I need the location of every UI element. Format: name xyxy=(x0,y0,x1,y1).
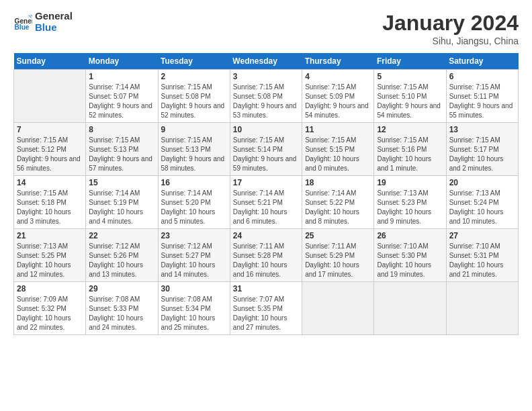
header-thursday: Thursday xyxy=(302,53,374,70)
day-number: 13 xyxy=(449,125,515,134)
day-info: Sunrise: 7:07 AM Sunset: 5:35 PM Dayligh… xyxy=(233,295,299,332)
logo: General Blue General Blue xyxy=(13,11,73,33)
day-info: Sunrise: 7:08 AM Sunset: 5:33 PM Dayligh… xyxy=(89,295,154,332)
calendar-cell: 29 Sunrise: 7:08 AM Sunset: 5:33 PM Dayl… xyxy=(86,282,158,335)
day-number: 15 xyxy=(89,178,154,187)
calendar-cell: 27 Sunrise: 7:10 AM Sunset: 5:31 PM Dayl… xyxy=(446,229,518,282)
calendar-cell: 23 Sunrise: 7:12 AM Sunset: 5:27 PM Dayl… xyxy=(158,229,230,282)
day-number: 6 xyxy=(449,72,515,81)
day-number: 26 xyxy=(377,231,443,240)
title-block: January 2024 Sihu, Jiangsu, China xyxy=(382,11,519,46)
calendar-cell: 19 Sunrise: 7:13 AM Sunset: 5:23 PM Dayl… xyxy=(374,176,446,229)
calendar-cell: 26 Sunrise: 7:10 AM Sunset: 5:30 PM Dayl… xyxy=(374,229,446,282)
calendar-cell: 4 Sunrise: 7:15 AM Sunset: 5:09 PM Dayli… xyxy=(302,70,374,123)
logo-text-general: General xyxy=(35,11,73,22)
calendar-cell: 25 Sunrise: 7:11 AM Sunset: 5:29 PM Dayl… xyxy=(302,229,374,282)
calendar-cell: 7 Sunrise: 7:15 AM Sunset: 5:12 PM Dayli… xyxy=(14,123,86,176)
svg-text:Blue: Blue xyxy=(15,23,30,30)
header-tuesday: Tuesday xyxy=(158,53,230,70)
calendar-cell: 10 Sunrise: 7:15 AM Sunset: 5:14 PM Dayl… xyxy=(230,123,302,176)
day-info: Sunrise: 7:15 AM Sunset: 5:11 PM Dayligh… xyxy=(449,83,515,120)
calendar-cell: 5 Sunrise: 7:15 AM Sunset: 5:10 PM Dayli… xyxy=(374,70,446,123)
calendar-cell xyxy=(374,282,446,335)
day-number: 18 xyxy=(305,178,371,187)
day-info: Sunrise: 7:15 AM Sunset: 5:16 PM Dayligh… xyxy=(377,136,443,173)
day-number: 5 xyxy=(377,72,443,81)
day-number: 25 xyxy=(305,231,371,240)
day-number: 20 xyxy=(449,178,515,187)
day-info: Sunrise: 7:14 AM Sunset: 5:19 PM Dayligh… xyxy=(89,189,154,226)
day-info: Sunrise: 7:15 AM Sunset: 5:18 PM Dayligh… xyxy=(17,189,83,226)
day-info: Sunrise: 7:15 AM Sunset: 5:15 PM Dayligh… xyxy=(305,136,371,173)
calendar-week-1: 7 Sunrise: 7:15 AM Sunset: 5:12 PM Dayli… xyxy=(14,123,519,176)
calendar-cell: 13 Sunrise: 7:15 AM Sunset: 5:17 PM Dayl… xyxy=(446,123,518,176)
calendar-cell: 31 Sunrise: 7:07 AM Sunset: 5:35 PM Dayl… xyxy=(230,282,302,335)
logo-icon: General Blue xyxy=(13,13,32,32)
calendar-cell: 15 Sunrise: 7:14 AM Sunset: 5:19 PM Dayl… xyxy=(86,176,158,229)
header-wednesday: Wednesday xyxy=(230,53,302,70)
day-info: Sunrise: 7:14 AM Sunset: 5:20 PM Dayligh… xyxy=(161,189,227,226)
day-info: Sunrise: 7:13 AM Sunset: 5:24 PM Dayligh… xyxy=(449,189,515,226)
day-info: Sunrise: 7:13 AM Sunset: 5:23 PM Dayligh… xyxy=(377,189,443,226)
calendar-cell: 28 Sunrise: 7:09 AM Sunset: 5:32 PM Dayl… xyxy=(14,282,86,335)
day-info: Sunrise: 7:10 AM Sunset: 5:30 PM Dayligh… xyxy=(377,242,443,279)
day-info: Sunrise: 7:08 AM Sunset: 5:34 PM Dayligh… xyxy=(161,295,227,332)
day-number: 14 xyxy=(17,178,83,187)
day-number: 7 xyxy=(17,125,83,134)
day-info: Sunrise: 7:15 AM Sunset: 5:12 PM Dayligh… xyxy=(17,136,83,173)
calendar-cell xyxy=(446,282,518,335)
page: General Blue General Blue January 2024 S… xyxy=(0,0,532,342)
day-number: 19 xyxy=(377,178,443,187)
calendar-cell: 2 Sunrise: 7:15 AM Sunset: 5:08 PM Dayli… xyxy=(158,70,230,123)
day-number: 16 xyxy=(161,178,227,187)
calendar-cell: 6 Sunrise: 7:15 AM Sunset: 5:11 PM Dayli… xyxy=(446,70,518,123)
header-saturday: Saturday xyxy=(446,53,518,70)
day-info: Sunrise: 7:11 AM Sunset: 5:29 PM Dayligh… xyxy=(305,242,371,279)
header: General Blue General Blue January 2024 S… xyxy=(13,11,519,46)
day-info: Sunrise: 7:15 AM Sunset: 5:13 PM Dayligh… xyxy=(161,136,227,173)
day-info: Sunrise: 7:15 AM Sunset: 5:09 PM Dayligh… xyxy=(305,83,371,120)
day-info: Sunrise: 7:15 AM Sunset: 5:13 PM Dayligh… xyxy=(89,136,154,173)
day-number: 3 xyxy=(233,72,299,81)
day-info: Sunrise: 7:09 AM Sunset: 5:32 PM Dayligh… xyxy=(17,295,83,332)
day-number: 2 xyxy=(161,72,227,81)
day-number: 4 xyxy=(305,72,371,81)
day-info: Sunrise: 7:15 AM Sunset: 5:08 PM Dayligh… xyxy=(161,83,227,120)
logo-text-blue: Blue xyxy=(35,22,73,34)
calendar-week-4: 28 Sunrise: 7:09 AM Sunset: 5:32 PM Dayl… xyxy=(14,282,519,335)
calendar-header-row: Sunday Monday Tuesday Wednesday Thursday… xyxy=(14,53,519,70)
day-info: Sunrise: 7:15 AM Sunset: 5:08 PM Dayligh… xyxy=(233,83,299,120)
day-number: 30 xyxy=(161,284,227,293)
header-sunday: Sunday xyxy=(14,53,86,70)
calendar-cell: 22 Sunrise: 7:12 AM Sunset: 5:26 PM Dayl… xyxy=(86,229,158,282)
calendar-cell: 3 Sunrise: 7:15 AM Sunset: 5:08 PM Dayli… xyxy=(230,70,302,123)
calendar-cell: 17 Sunrise: 7:14 AM Sunset: 5:21 PM Dayl… xyxy=(230,176,302,229)
day-info: Sunrise: 7:15 AM Sunset: 5:10 PM Dayligh… xyxy=(377,83,443,120)
calendar-week-0: 1 Sunrise: 7:14 AM Sunset: 5:07 PM Dayli… xyxy=(14,70,519,123)
calendar-cell: 30 Sunrise: 7:08 AM Sunset: 5:34 PM Dayl… xyxy=(158,282,230,335)
location: Sihu, Jiangsu, China xyxy=(382,36,519,46)
day-number: 9 xyxy=(161,125,227,134)
day-number: 17 xyxy=(233,178,299,187)
day-info: Sunrise: 7:15 AM Sunset: 5:14 PM Dayligh… xyxy=(233,136,299,173)
day-info: Sunrise: 7:13 AM Sunset: 5:25 PM Dayligh… xyxy=(17,242,83,279)
calendar-cell: 18 Sunrise: 7:14 AM Sunset: 5:22 PM Dayl… xyxy=(302,176,374,229)
calendar-cell: 9 Sunrise: 7:15 AM Sunset: 5:13 PM Dayli… xyxy=(158,123,230,176)
day-number: 10 xyxy=(233,125,299,134)
day-info: Sunrise: 7:10 AM Sunset: 5:31 PM Dayligh… xyxy=(449,242,515,279)
calendar-cell xyxy=(302,282,374,335)
day-info: Sunrise: 7:14 AM Sunset: 5:22 PM Dayligh… xyxy=(305,189,371,226)
day-number: 31 xyxy=(233,284,299,293)
calendar-cell: 16 Sunrise: 7:14 AM Sunset: 5:20 PM Dayl… xyxy=(158,176,230,229)
day-number: 1 xyxy=(89,72,154,81)
day-info: Sunrise: 7:12 AM Sunset: 5:27 PM Dayligh… xyxy=(161,242,227,279)
calendar-cell: 21 Sunrise: 7:13 AM Sunset: 5:25 PM Dayl… xyxy=(14,229,86,282)
day-number: 12 xyxy=(377,125,443,134)
day-number: 8 xyxy=(89,125,154,134)
calendar-cell: 8 Sunrise: 7:15 AM Sunset: 5:13 PM Dayli… xyxy=(86,123,158,176)
day-number: 24 xyxy=(233,231,299,240)
day-number: 23 xyxy=(161,231,227,240)
calendar-cell: 11 Sunrise: 7:15 AM Sunset: 5:15 PM Dayl… xyxy=(302,123,374,176)
day-info: Sunrise: 7:14 AM Sunset: 5:07 PM Dayligh… xyxy=(89,83,154,120)
day-info: Sunrise: 7:11 AM Sunset: 5:28 PM Dayligh… xyxy=(233,242,299,279)
